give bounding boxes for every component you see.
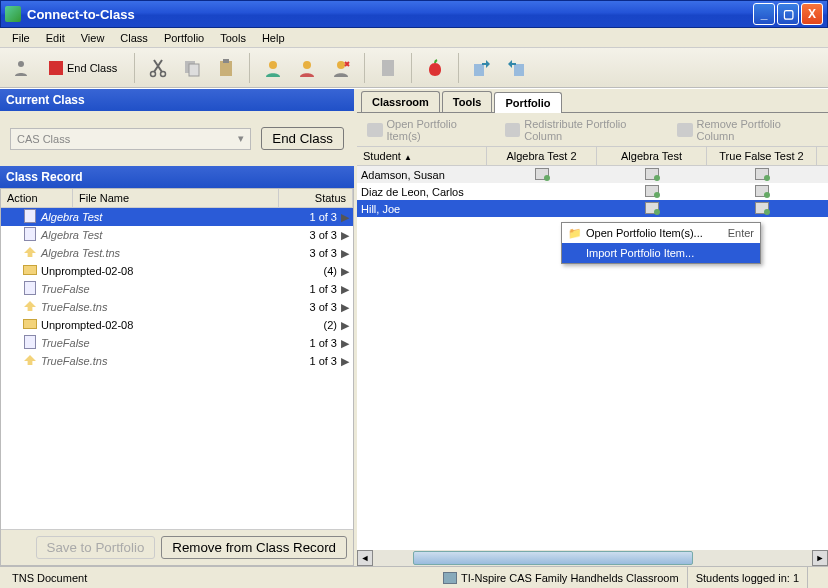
scroll-thumb[interactable] (413, 551, 693, 565)
row-arrow-icon: ▶ (341, 301, 351, 314)
record-row[interactable]: Algebra Test1 of 3▶ (1, 208, 353, 226)
student-name: Diaz de Leon, Carlos (357, 186, 487, 198)
record-row[interactable]: TrueFalse1 of 3▶ (1, 334, 353, 352)
ctx-import-portfolio-item[interactable]: Import Portfolio Item... (562, 243, 760, 263)
end-class-button-small[interactable]: End Class (261, 127, 344, 150)
redistribute-column-button[interactable]: Redistribute Portfolio Column (501, 116, 667, 144)
record-row[interactable]: TrueFalse.tns3 of 3▶ (1, 298, 353, 316)
close-button[interactable]: X (801, 3, 823, 25)
student-name: Adamson, Susan (357, 169, 487, 181)
cell[interactable] (597, 202, 707, 216)
row-arrow-icon: ▶ (341, 283, 351, 296)
scroll-right-button[interactable]: ► (812, 550, 828, 566)
end-class-button[interactable]: End Class (40, 58, 126, 78)
portfolio-row[interactable]: Diaz de Leon, Carlos (357, 183, 828, 200)
maximize-button[interactable]: ▢ (777, 3, 799, 25)
student-name: Hill, Joe (357, 203, 487, 215)
horizontal-scrollbar[interactable]: ◄ ► (357, 550, 828, 566)
portfolio-row[interactable]: Adamson, Susan (357, 166, 828, 183)
menu-portfolio[interactable]: Portfolio (156, 30, 212, 46)
delete-student-button[interactable] (326, 53, 356, 83)
record-row[interactable]: TrueFalse1 of 3▶ (1, 280, 353, 298)
paste-button[interactable] (211, 53, 241, 83)
document-icon (645, 168, 659, 180)
menu-tools[interactable]: Tools (212, 30, 254, 46)
col-action[interactable]: Action (1, 189, 73, 207)
svg-rect-12 (514, 64, 524, 76)
tab-portfolio[interactable]: Portfolio (494, 92, 561, 113)
cell[interactable] (597, 168, 707, 182)
document-icon (755, 168, 769, 180)
remove-student-button[interactable] (292, 53, 322, 83)
portfolio-row[interactable]: Hill, Joe (357, 200, 828, 217)
cell[interactable] (707, 202, 817, 216)
cell[interactable] (707, 185, 817, 199)
add-student-button[interactable] (258, 53, 288, 83)
ctx-open-portfolio-items[interactable]: 📁 Open Portfolio Item(s)... Enter (562, 223, 760, 243)
record-row[interactable]: TrueFalse.tns1 of 3▶ (1, 352, 353, 370)
row-type-icon (21, 355, 39, 367)
svg-point-8 (303, 61, 311, 69)
row-type-icon (21, 227, 39, 243)
col-true-false-test-2[interactable]: True False Test 2 (707, 147, 817, 165)
minimize-button[interactable]: _ (753, 3, 775, 25)
row-filename: TrueFalse.tns (39, 355, 293, 367)
save-to-portfolio-button[interactable]: Save to Portfolio (36, 536, 156, 559)
col-status[interactable]: Status (279, 189, 353, 207)
record-row[interactable]: Unprompted-02-08(4)▶ (1, 262, 353, 280)
status-logged-in: Students logged in: 1 (688, 567, 808, 588)
svg-rect-10 (382, 60, 394, 76)
menu-edit[interactable]: Edit (38, 30, 73, 46)
row-status: 3 of 3 (293, 247, 341, 259)
remove-column-button[interactable]: Remove Portfolio Column (673, 116, 822, 144)
document-button[interactable] (373, 53, 403, 83)
open-portfolio-items-button[interactable]: Open Portfolio Item(s) (363, 116, 495, 144)
menu-view[interactable]: View (73, 30, 113, 46)
status-classroom: TI-Nspire CAS Family Handhelds Classroom (435, 567, 688, 588)
app-icon (5, 6, 21, 22)
menu-help[interactable]: Help (254, 30, 293, 46)
record-row[interactable]: Algebra Test.tns3 of 3▶ (1, 244, 353, 262)
resize-grip[interactable] (808, 567, 824, 588)
row-filename: Algebra Test.tns (39, 247, 293, 259)
row-filename: TrueFalse (39, 337, 293, 349)
redistribute-icon (505, 123, 521, 137)
scroll-left-button[interactable]: ◄ (357, 550, 373, 566)
record-row[interactable]: Algebra Test3 of 3▶ (1, 226, 353, 244)
tab-tools[interactable]: Tools (442, 91, 493, 112)
row-arrow-icon: ▶ (341, 319, 351, 332)
cut-button[interactable] (143, 53, 173, 83)
cell[interactable] (707, 168, 817, 182)
menu-class[interactable]: Class (112, 30, 156, 46)
status-doc-type: TNS Document (4, 567, 95, 588)
cell[interactable] (597, 185, 707, 199)
current-class-header: Current Class (0, 89, 354, 111)
col-algebra-test-2[interactable]: Algebra Test 2 (487, 147, 597, 165)
document-icon (755, 185, 769, 197)
copy-button[interactable] (177, 53, 207, 83)
row-type-icon (21, 301, 39, 313)
col-student[interactable]: Student ▲ (357, 147, 487, 165)
svg-point-7 (269, 61, 277, 69)
menu-file[interactable]: File (4, 30, 38, 46)
row-status: 1 of 3 (293, 337, 341, 349)
row-arrow-icon: ▶ (341, 355, 351, 368)
classroom-icon (443, 572, 457, 584)
row-type-icon (21, 265, 39, 277)
collect-button[interactable] (501, 53, 531, 83)
col-algebra-test[interactable]: Algebra Test (597, 147, 707, 165)
begin-class-button[interactable] (6, 53, 36, 83)
menu-bar: File Edit View Class Portfolio Tools Hel… (0, 28, 828, 48)
row-filename: Algebra Test (39, 229, 293, 241)
send-button[interactable] (467, 53, 497, 83)
tab-classroom[interactable]: Classroom (361, 91, 440, 112)
row-status: 1 of 3 (293, 355, 341, 367)
svg-point-0 (18, 61, 24, 67)
col-file[interactable]: File Name (73, 189, 279, 207)
apple-button[interactable] (420, 53, 450, 83)
class-selector[interactable]: CAS Class (10, 128, 251, 150)
record-row[interactable]: Unprompted-02-08(2)▶ (1, 316, 353, 334)
row-status: 3 of 3 (293, 229, 341, 241)
remove-from-record-button[interactable]: Remove from Class Record (161, 536, 347, 559)
cell[interactable] (487, 168, 597, 182)
